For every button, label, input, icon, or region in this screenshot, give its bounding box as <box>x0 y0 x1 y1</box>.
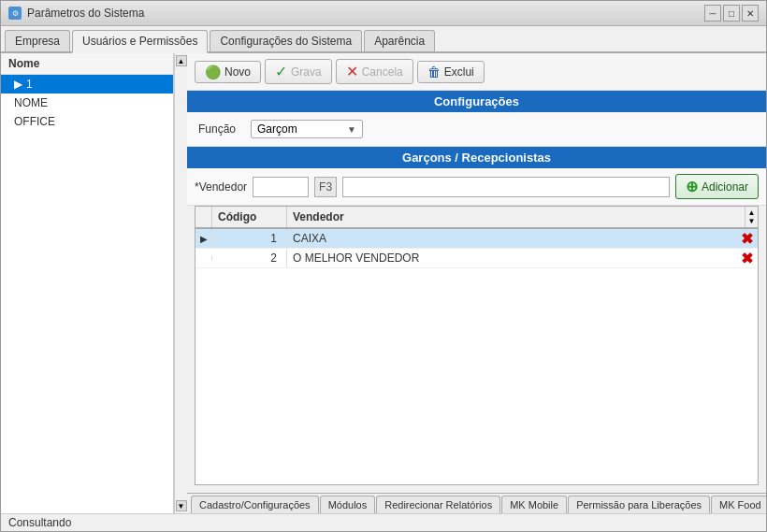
config-body: Função Garçom ▼ <box>187 112 766 147</box>
sidebar-arrow-1: ▶ <box>14 78 22 91</box>
config-section: Configurações Função Garçom ▼ <box>187 91 766 147</box>
table-header-arrow <box>195 207 212 227</box>
funcao-label: Função <box>198 122 245 136</box>
bottom-tabs: Cadastro/Configurações Módulos Redirecio… <box>187 493 766 513</box>
cancela-label: Cancela <box>362 65 403 79</box>
sidebar-item-1[interactable]: ▶ 1 <box>1 75 173 93</box>
bottom-tab-permissao[interactable]: Permissão para Liberações <box>568 496 710 513</box>
title-buttons: ─ □ ✕ <box>704 5 759 22</box>
row-delete-1[interactable]: ✖ <box>735 230 758 248</box>
tab-usuarios[interactable]: Usuários e Permissões <box>72 30 208 53</box>
vendedor-label: *Vendedor <box>195 180 247 194</box>
bottom-tab-modulos[interactable]: Módulos <box>320 496 376 513</box>
window-icon: ⚙ <box>8 7 22 20</box>
sidebar-list: ▶ 1 NOME OFFICE <box>1 75 173 513</box>
table-row[interactable]: 2 O MELHOR VENDEDOR ✖ <box>195 249 758 268</box>
minimize-button[interactable]: ─ <box>704 5 721 22</box>
funcao-row: Função Garçom ▼ <box>198 120 755 138</box>
search-f3-button[interactable]: F3 <box>314 177 337 197</box>
table-scroll-down[interactable]: ▼ <box>748 217 756 225</box>
sidebar-item-office[interactable]: OFFICE <box>1 112 173 131</box>
vendedor-code-input[interactable] <box>253 177 309 197</box>
table-header: Código Vendedor ▲ ▼ <box>195 207 758 229</box>
close-button[interactable]: ✕ <box>742 5 759 22</box>
garcons-section: Garçons / Recepcionistas *Vendedor F3 ⊕ … <box>187 147 766 206</box>
content-area: 🟢 Novo ✓ Grava ✕ Cancela 🗑 Exclui C <box>187 53 766 513</box>
toolbar: 🟢 Novo ✓ Grava ✕ Cancela 🗑 Exclui <box>187 53 766 91</box>
table-col-action <box>722 207 745 227</box>
main-tabs-bar: Empresa Usuários e Permissões Configuraç… <box>1 26 766 53</box>
adicionar-label: Adicionar <box>702 180 748 194</box>
row-code-1: 1 <box>212 229 287 248</box>
status-bar: Consultando <box>1 513 766 531</box>
vendors-table: Código Vendedor ▲ ▼ ▶ 1 CAIXA ✖ <box>195 206 759 485</box>
search-icon: F3 <box>319 180 332 194</box>
title-bar: ⚙ Parâmetros do Sistema ─ □ ✕ <box>1 1 766 26</box>
status-text: Consultando <box>8 516 71 529</box>
row-vendor-1: CAIXA <box>287 229 735 248</box>
vendedor-row: *Vendedor F3 ⊕ Adicionar <box>187 168 766 206</box>
sidebar-label-nome: NOME <box>14 96 48 109</box>
tab-aparencia[interactable]: Aparência <box>364 30 435 51</box>
bottom-tab-redirecionar[interactable]: Redirecionar Relatórios <box>376 496 500 513</box>
garcons-header: Garçons / Recepcionistas <box>187 147 766 168</box>
sidebar-scroll-up[interactable]: ▲ <box>176 55 187 66</box>
main-window: ⚙ Parâmetros do Sistema ─ □ ✕ Empresa Us… <box>0 0 767 532</box>
table-scroll-up[interactable]: ▲ <box>748 208 756 217</box>
grava-button[interactable]: ✓ Grava <box>265 59 332 84</box>
sidebar-label-office: OFFICE <box>14 115 55 128</box>
sidebar-item-nome[interactable]: NOME <box>1 93 173 112</box>
config-header: Configurações <box>187 91 766 112</box>
exclui-label: Exclui <box>444 65 474 79</box>
row-arrow-1: ▶ <box>195 231 212 247</box>
window-title: Parâmetros do Sistema <box>27 7 144 20</box>
funcao-select[interactable]: Garçom ▼ <box>251 120 363 138</box>
novo-icon: 🟢 <box>205 65 221 79</box>
row-delete-2[interactable]: ✖ <box>735 250 758 267</box>
row-arrow-2 <box>195 255 212 261</box>
vendedor-name-input[interactable] <box>342 177 670 197</box>
adicionar-button[interactable]: ⊕ Adicionar <box>675 174 759 199</box>
cancela-button[interactable]: ✕ Cancela <box>336 59 413 84</box>
bottom-tab-food[interactable]: MK Food <box>711 496 766 513</box>
novo-label: Novo <box>224 65 251 79</box>
delete-icon-2[interactable]: ✖ <box>741 250 753 267</box>
tab-configuracoes[interactable]: Configurações do Sistema <box>210 30 362 51</box>
plus-icon: ⊕ <box>686 178 698 195</box>
novo-button[interactable]: 🟢 Novo <box>195 61 261 83</box>
maximize-button[interactable]: □ <box>723 5 740 22</box>
table-row[interactable]: ▶ 1 CAIXA ✖ <box>195 229 758 249</box>
row-vendor-2: O MELHOR VENDEDOR <box>287 249 735 267</box>
sidebar-scrollbar: ▲ ▼ <box>174 53 187 513</box>
bottom-tab-cadastro[interactable]: Cadastro/Configurações <box>191 496 319 513</box>
tab-empresa[interactable]: Empresa <box>5 30 70 51</box>
sidebar-wrapper: Nome ▶ 1 NOME OFFICE ▲ ▼ <box>1 53 187 513</box>
grava-icon: ✓ <box>275 63 287 80</box>
grava-label: Grava <box>291 65 322 79</box>
sidebar-header: Nome <box>1 53 173 75</box>
sidebar-label-1: 1 <box>26 78 33 91</box>
row-code-2: 2 <box>212 249 287 267</box>
delete-icon-1[interactable]: ✖ <box>741 230 753 248</box>
table-scrollbar: ▲ ▼ <box>745 207 758 227</box>
exclui-button[interactable]: 🗑 Exclui <box>417 61 485 83</box>
main-area: Nome ▶ 1 NOME OFFICE ▲ ▼ <box>1 53 766 513</box>
bottom-tab-mobile[interactable]: MK Mobile <box>501 496 567 513</box>
table-col-codigo: Código <box>212 207 287 227</box>
funcao-value: Garçom <box>257 122 297 136</box>
sidebar-scroll-down[interactable]: ▼ <box>176 500 187 511</box>
table-col-vendedor: Vendedor <box>287 207 722 227</box>
table-body: ▶ 1 CAIXA ✖ 2 O MELHOR VENDEDOR ✖ <box>195 229 758 484</box>
title-bar-left: ⚙ Parâmetros do Sistema <box>8 7 144 20</box>
chevron-down-icon: ▼ <box>347 124 356 135</box>
sidebar: Nome ▶ 1 NOME OFFICE <box>1 53 174 513</box>
exclui-icon: 🗑 <box>427 65 441 79</box>
cancela-icon: ✕ <box>346 63 358 80</box>
